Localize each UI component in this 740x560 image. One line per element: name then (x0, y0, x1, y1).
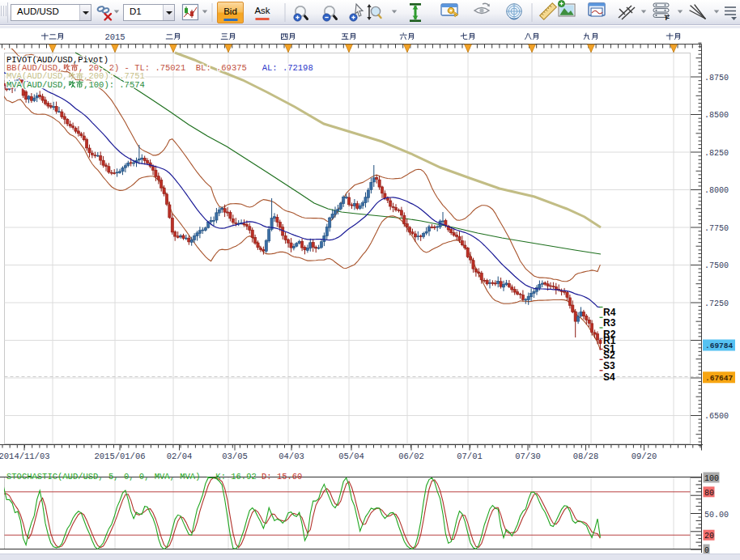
svg-text:50.00: 50.00 (704, 511, 729, 520)
svg-text:.7250: .7250 (704, 299, 729, 308)
svg-text:D: 15.60: D: 15.60 (262, 472, 302, 482)
svg-text:08/28: 08/28 (573, 452, 599, 461)
svg-text:S4: S4 (603, 371, 615, 383)
svg-text:100: 100 (704, 474, 719, 483)
svg-text:09/20: 09/20 (632, 452, 657, 461)
svg-text:.8250: .8250 (704, 149, 729, 158)
svg-text:80: 80 (704, 489, 714, 498)
svg-text:.8500: .8500 (704, 111, 729, 120)
svg-text:20: 20 (704, 532, 714, 541)
svg-text:S3: S3 (603, 360, 615, 371)
svg-text:,100): .7574: ,100): .7574 (83, 80, 145, 90)
svg-text:.67647: .67647 (705, 374, 734, 383)
svg-text:AL: .72198: AL: .72198 (262, 63, 313, 73)
svg-text:S2: S2 (603, 350, 615, 361)
svg-text:MVA(AUD/USD,: MVA(AUD/USD, (6, 80, 68, 90)
svg-text:06/02: 06/02 (398, 452, 424, 461)
svg-text:04/03: 04/03 (279, 452, 304, 461)
svg-text:2015: 2015 (104, 32, 125, 42)
svg-text:.8750: .8750 (704, 74, 729, 83)
svg-text:.69784: .69784 (705, 342, 734, 350)
svg-text:R3: R3 (603, 317, 616, 329)
svg-text:07/30: 07/30 (515, 452, 541, 461)
svg-text:07/01: 07/01 (457, 452, 483, 461)
svg-text:.6500: .6500 (704, 412, 729, 421)
svg-text:STOCHASTIC(AUD/USD, 5, 0, 0, M: STOCHASTIC(AUD/USD, 5, 0, 0, MVA, MVA) -… (6, 472, 266, 482)
svg-text:2015/01/06: 2015/01/06 (94, 452, 145, 461)
svg-text:02/04: 02/04 (167, 452, 193, 461)
svg-text:.7750: .7750 (704, 224, 729, 233)
svg-text:2014/11/03: 2014/11/03 (0, 452, 50, 461)
svg-text:.7500: .7500 (704, 261, 729, 270)
svg-text:03/05: 03/05 (222, 452, 248, 461)
svg-text:.8000: .8000 (704, 186, 729, 195)
svg-text:05/04: 05/04 (338, 452, 364, 461)
